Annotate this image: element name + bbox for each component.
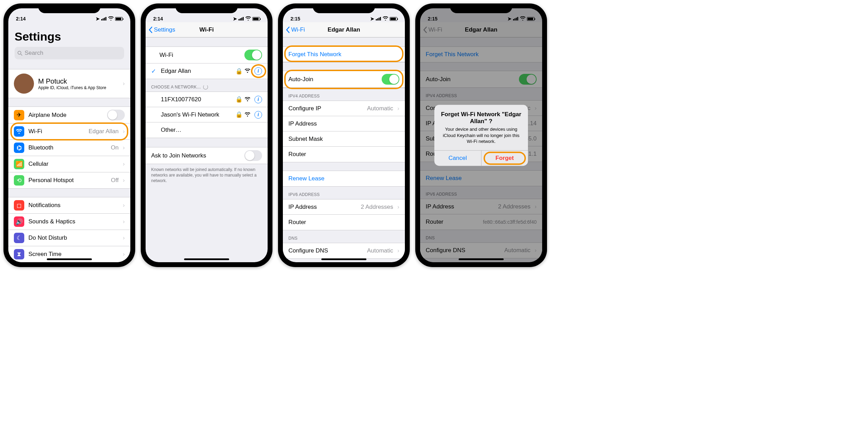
hotspot-icon: ⟲ xyxy=(14,175,24,186)
screentime-icon: ⧗ xyxy=(14,249,24,259)
row-sounds[interactable]: 🔊 Sounds & Haptics › xyxy=(8,214,130,230)
row-config-ip[interactable]: Configure IPAutomatic› xyxy=(283,101,405,116)
home-indicator[interactable] xyxy=(321,258,366,260)
row-renew[interactable]: Renew Lease xyxy=(283,171,405,186)
bluetooth-icon: ⌬ xyxy=(14,143,24,153)
row-ipv6-ip: IP Address2 Addresses› xyxy=(420,199,542,214)
spinner-icon xyxy=(203,85,208,89)
battery-icon xyxy=(115,17,123,21)
row-airplane[interactable]: ✈ Airplane Mode xyxy=(8,107,130,123)
chevron-right-icon: › xyxy=(397,204,399,211)
phone-2: 2:14 ➤ Settings Wi-Fi Wi-Fi xyxy=(141,3,272,267)
home-indicator[interactable] xyxy=(47,258,92,260)
page-title: Settings xyxy=(15,25,124,47)
status-bar: 2:14 ➤ xyxy=(146,8,268,22)
row-wifi-toggle: Wi-Fi xyxy=(146,47,268,63)
profile-row[interactable]: M Potuck Apple ID, iCloud, iTunes & App … xyxy=(8,69,130,98)
chevron-right-icon: › xyxy=(123,234,125,241)
chevron-right-icon: › xyxy=(123,218,125,225)
page-title: Edgar Allan xyxy=(465,26,497,33)
alert-message: Your device and other devices using iClo… xyxy=(440,126,522,145)
row-autojoin: Auto-Join xyxy=(420,71,542,87)
back-button[interactable]: Settings xyxy=(148,22,175,37)
row-renew: Renew Lease xyxy=(420,171,542,186)
wifi-settings-icon xyxy=(14,126,24,137)
row-cellular[interactable]: 📶 Cellular › xyxy=(8,156,130,172)
time: 2:14 xyxy=(153,16,163,22)
chevron-right-icon: › xyxy=(123,177,125,184)
signal-icon xyxy=(513,17,519,20)
phone-1: 2:14 ➤ Settings Search xyxy=(3,3,135,267)
avatar xyxy=(14,74,34,94)
row-subnet: Subnet Mask xyxy=(283,131,405,147)
row-config-dns[interactable]: Configure DNSAutomatic› xyxy=(283,243,405,258)
signal-icon xyxy=(376,17,381,20)
row-hotspot[interactable]: ⟲ Personal Hotspot Off › xyxy=(8,172,130,188)
location-icon: ➤ xyxy=(96,16,100,22)
wifi-strength-icon xyxy=(245,96,250,103)
forget-button[interactable]: Forget xyxy=(481,151,528,166)
row-ipv6-ip[interactable]: IP Address2 Addresses› xyxy=(283,199,405,215)
search-input[interactable]: Search xyxy=(15,47,124,59)
row-dnd[interactable]: ☾ Do Not Disturb › xyxy=(8,230,130,246)
home-indicator[interactable] xyxy=(184,258,229,260)
autojoin-toggle xyxy=(519,74,537,85)
group-connectivity: ✈ Airplane Mode Wi-Fi Edgar Allan › ⌬ Bl… xyxy=(8,106,130,189)
chevron-right-icon: › xyxy=(123,161,125,168)
forget-alert: Forget Wi-Fi Network "Edgar Allan" ? You… xyxy=(434,105,528,166)
row-network[interactable]: 11FX10077620 🔒 i xyxy=(146,92,268,107)
group-notifs: ◻ Notifications › 🔊 Sounds & Haptics › ☾… xyxy=(8,197,130,262)
lock-icon: 🔒 xyxy=(235,111,243,118)
home-indicator[interactable] xyxy=(459,258,504,260)
airplane-icon: ✈ xyxy=(14,110,24,120)
row-network[interactable]: Jason's Wi-Fi Network 🔒 i xyxy=(146,107,268,122)
row-forget: Forget This Network xyxy=(420,47,542,62)
cellular-icon: 📶 xyxy=(14,159,24,169)
row-ip: IP Address xyxy=(283,116,405,131)
status-bar: 2:14 ➤ xyxy=(8,8,130,22)
battery-icon xyxy=(252,17,260,21)
row-wifi[interactable]: Wi-Fi Edgar Allan › xyxy=(8,123,130,140)
row-ipv6-router: Routerfe80::66a5:c3ff:fe5d:6f40 xyxy=(420,214,542,230)
lock-icon: 🔒 xyxy=(235,68,243,75)
info-button[interactable]: i xyxy=(254,96,262,103)
info-button[interactable]: i xyxy=(254,67,262,75)
nav-bar: Wi-Fi Edgar Allan xyxy=(283,22,405,37)
ask-join-toggle[interactable] xyxy=(244,150,262,161)
profile-name: M Potuck xyxy=(38,77,119,85)
dns-header: DNS xyxy=(283,230,405,243)
choose-network-header: CHOOSE A NETWORK… xyxy=(146,79,268,92)
wifi-icon xyxy=(520,16,526,22)
ipv4-header: IPV4 ADDRESS xyxy=(283,88,405,101)
checkmark-icon: ✓ xyxy=(151,68,157,75)
info-button[interactable]: i xyxy=(254,111,262,119)
row-forget[interactable]: Forget This Network xyxy=(283,47,405,62)
signal-icon xyxy=(238,17,244,20)
autojoin-toggle[interactable] xyxy=(382,74,399,85)
location-icon: ➤ xyxy=(233,16,237,22)
ipv6-header: IPV6 ADDRESS xyxy=(420,186,542,199)
notif-icon: ◻ xyxy=(14,200,24,211)
svg-line-1 xyxy=(21,54,22,55)
time: 2:15 xyxy=(290,16,300,22)
wifi-toggle[interactable] xyxy=(244,50,262,60)
wifi-icon xyxy=(383,16,388,22)
row-bluetooth[interactable]: ⌬ Bluetooth On › xyxy=(8,140,130,156)
wifi-icon xyxy=(245,16,251,22)
alert-title: Forget Wi-Fi Network "Edgar Allan" ? xyxy=(440,111,522,125)
signal-icon xyxy=(101,17,107,20)
row-connected-network[interactable]: ✓ Edgar Allan 🔒 i xyxy=(146,63,268,79)
row-other[interactable]: Other… xyxy=(146,122,268,138)
cancel-button[interactable]: Cancel xyxy=(434,151,481,166)
back-button[interactable]: Wi-Fi xyxy=(286,22,305,37)
ask-footer: Known networks will be joined automatica… xyxy=(146,164,268,187)
chevron-right-icon: › xyxy=(397,247,399,254)
row-notifications[interactable]: ◻ Notifications › xyxy=(8,197,130,214)
airplane-toggle[interactable] xyxy=(107,110,125,120)
row-router: Router xyxy=(283,147,405,162)
battery-icon xyxy=(527,17,535,21)
sounds-icon: 🔊 xyxy=(14,216,24,227)
nav-bar: Wi-Fi Edgar Allan xyxy=(420,22,542,37)
chevron-right-icon: › xyxy=(123,202,125,209)
chevron-right-icon: › xyxy=(123,128,125,135)
